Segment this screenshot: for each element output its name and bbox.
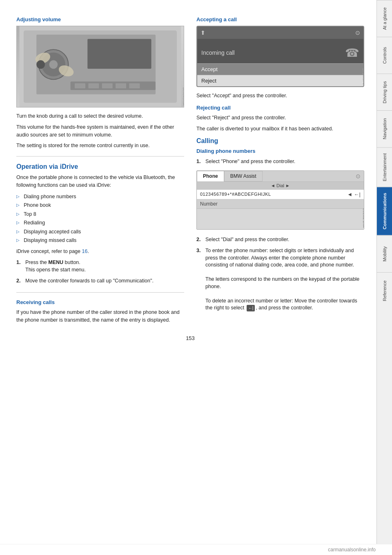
- sidebar-tab-controls[interactable]: Controls: [377, 37, 392, 74]
- car-image: BC0049KoA: [16, 26, 184, 107]
- receiving-calls-heading: Receiving calls: [16, 299, 184, 305]
- accepting-call-heading: Accepting a call: [196, 16, 364, 22]
- phone-number-row: 0123456789+*#ABCDEFGHIJKL ◄ ←|: [197, 190, 364, 199]
- sidebar-tab-communications[interactable]: Communications: [377, 187, 392, 235]
- list-item: Dialing phone numbers: [16, 192, 184, 201]
- accept-button[interactable]: Accept: [197, 63, 363, 75]
- ref-page-link[interactable]: 16: [82, 248, 88, 254]
- accepting-call-instruction: Select "Accept" and press the controller…: [196, 92, 364, 100]
- svg-rect-13: [116, 83, 126, 89]
- list-item: Displaying accepted calls: [16, 228, 184, 237]
- idrive-step-1: 1. Press the MENU button. This opens the…: [16, 258, 184, 274]
- screen-topbar: ⬆ ⊙: [197, 27, 363, 39]
- right-screen-watermark: BT1003/P4: [362, 68, 364, 85]
- section-divider-1: [16, 156, 184, 157]
- operation-idrive-section: Operation via iDrive Once the portable p…: [16, 163, 184, 286]
- idrive-features-list: Dialing phone numbers Phone book Top 8 R…: [16, 192, 184, 245]
- sidebar-tab-mobility[interactable]: Mobility: [377, 235, 392, 272]
- dialing-steps-2-3: 2. Select "Dial" and press the controlle…: [196, 235, 364, 313]
- list-item: Top 8: [16, 210, 184, 219]
- svg-rect-11: [88, 83, 99, 89]
- left-image-watermark: BC0049KoA: [182, 87, 184, 105]
- idrive-screen: ⬆ ⊙ Incoming call ☎ Accept: [196, 26, 364, 87]
- section-divider-2: [16, 292, 184, 293]
- rejecting-call-section: Rejecting call Select "Reject" and press…: [196, 105, 364, 133]
- svg-rect-12: [102, 83, 113, 89]
- chapter-sidebar: At a glance Controls Driving tips Naviga…: [376, 0, 392, 555]
- phone-screen-header: Phone BMW Assist ⊙: [197, 171, 364, 181]
- sidebar-tab-reference[interactable]: Reference: [377, 272, 392, 309]
- idrive-steps-list: 1. Press the MENU button. This opens the…: [16, 258, 184, 286]
- svg-rect-14: [129, 83, 140, 89]
- idrive-ref-text: iDrive concept, refer to page 16.: [16, 248, 184, 255]
- phone-tab-phone[interactable]: Phone: [197, 171, 224, 181]
- back-icon: ⬆: [200, 29, 205, 36]
- list-item: Phone book: [16, 201, 184, 210]
- adjusting-volume-heading: Adjusting volume: [16, 16, 184, 22]
- receiving-calls-section: Receiving calls If you have the phone nu…: [16, 299, 184, 324]
- menu-keyword: MENU: [48, 260, 63, 265]
- carmanuals-logo: carmanualsonline.info: [328, 547, 376, 553]
- adjusting-volume-section: Adjusting volume: [16, 16, 184, 150]
- rejecting-call-para1: Select "Reject" and press the controller…: [196, 114, 364, 122]
- sidebar-tab-entertainment[interactable]: Entertainment: [377, 147, 392, 187]
- dial-label: ◄ Dial ►: [197, 181, 364, 190]
- dialing-steps-list: 1. Select "Phone" and press the controll…: [196, 157, 364, 166]
- operation-idrive-heading: Operation via iDrive: [16, 163, 184, 170]
- dialing-step-2: 2. Select "Dial" and press the controlle…: [196, 235, 364, 244]
- phone-blank-area: [197, 209, 364, 229]
- dialing-step-1: 1. Select "Phone" and press the controll…: [196, 157, 364, 166]
- svg-rect-8: [87, 39, 151, 69]
- sidebar-tab-at-a-glance[interactable]: At a glance: [377, 0, 392, 37]
- adjusting-volume-para3: The setting is stored for the remote con…: [16, 142, 184, 150]
- svg-point-5: [49, 60, 58, 69]
- adjusting-volume-para1: Turn the knob during a call to select th…: [16, 112, 184, 120]
- dialing-step-3: 3. To enter the phone number: select dig…: [196, 246, 364, 313]
- adjusting-volume-para2: This volume for the hands-free system is…: [16, 123, 184, 139]
- phone-number-text: 0123456789+*#ABCDEFGHIJKL: [200, 192, 271, 197]
- page-number: 153: [16, 335, 364, 341]
- dialing-numbers-section: Dialing phone numbers 1. Select "Phone" …: [196, 148, 364, 313]
- calling-section: Calling: [196, 137, 364, 145]
- phone-screen-watermark: C31562.1/hl4: [362, 208, 364, 228]
- phone-tab-bmw[interactable]: BMW Assist: [224, 171, 263, 181]
- sidebar-tab-navigation[interactable]: Navigation: [377, 110, 392, 147]
- svg-rect-15: [36, 60, 45, 69]
- list-item: Redialing: [16, 219, 184, 228]
- dialing-numbers-heading: Dialing phone numbers: [196, 148, 364, 154]
- accepting-call-section: Accepting a call ⬆ ⊙ Incoming call ☎: [196, 16, 364, 100]
- phone-screen-mockup: Phone BMW Assist ⊙ ◄ Dial ► 0123456789+*…: [196, 170, 364, 230]
- nav-icon: ⊙: [352, 171, 364, 181]
- reject-button[interactable]: Reject: [197, 75, 363, 86]
- signal-icon: ⊙: [355, 29, 360, 36]
- rejecting-call-heading: Rejecting call: [196, 105, 364, 111]
- number-label: Number: [197, 199, 364, 209]
- rejecting-call-para2: The caller is diverted to your mailbox i…: [196, 125, 364, 133]
- footer-bar: carmanualsonline.info: [0, 544, 392, 555]
- incoming-call-label: Incoming call: [201, 49, 235, 56]
- list-item: Displaying missed calls: [16, 236, 184, 245]
- receiving-calls-text: If you have the phone number of the call…: [16, 309, 184, 324]
- operation-idrive-intro: Once the portable phone is connected to …: [16, 174, 184, 189]
- sidebar-tab-driving-tips[interactable]: Driving tips: [377, 74, 392, 110]
- backspace-icon[interactable]: ◄ ←|: [347, 191, 361, 197]
- phone-icon: ☎: [345, 46, 359, 60]
- svg-rect-10: [75, 83, 85, 89]
- arrow-back-icon: ←|: [247, 305, 255, 311]
- calling-heading: Calling: [196, 137, 364, 145]
- idrive-step-2: 2. Move the controller forwards to call …: [16, 277, 184, 286]
